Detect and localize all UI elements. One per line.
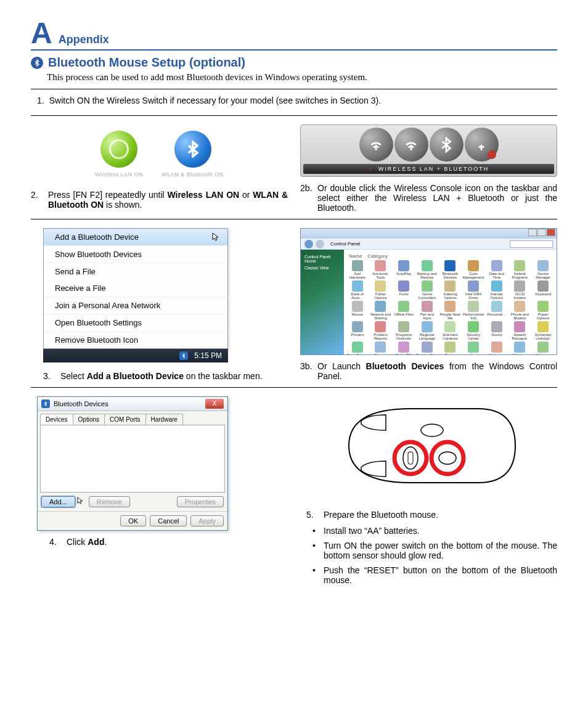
ok-button[interactable]: OK	[120, 515, 146, 526]
wifi-icon	[394, 128, 428, 162]
step-number: 5.	[306, 510, 320, 520]
menu-item-send-file[interactable]: Send a File	[44, 263, 227, 280]
control-panel-item[interactable]: Network and Sharing	[370, 301, 392, 320]
control-panel-item[interactable]: Windows CardSpace	[532, 342, 554, 354]
cancel-button[interactable]: Cancel	[150, 515, 187, 526]
control-panel-item[interactable]: Keyboard	[532, 280, 554, 300]
control-panel-item[interactable]: Power Options	[532, 301, 554, 320]
step-text: Switch ON the Wireless Switch if necessa…	[49, 96, 381, 105]
tab-options[interactable]: Options	[73, 414, 105, 425]
control-panel-item[interactable]: Scanners Cameras	[439, 321, 462, 340]
control-panel-item[interactable]: Regional Language	[416, 321, 438, 340]
divider	[31, 115, 557, 116]
control-panel-item[interactable]: Color Management	[462, 260, 484, 279]
control-panel-item[interactable]: Fonts	[393, 280, 415, 300]
step-5-bullets: Install two “AA” batteries. Turn ON the …	[300, 523, 557, 587]
step-3-caption: 3. Select Add a Bluetooth Device on the …	[31, 371, 288, 381]
wireless-lan-on-icon: Wireless LAN ON	[95, 131, 143, 178]
close-button[interactable]: X	[205, 399, 224, 409]
properties-button[interactable]: Properties	[177, 496, 224, 507]
control-panel-item[interactable]: Internet Options	[486, 280, 508, 300]
control-panel-item[interactable]: Security Center	[462, 321, 484, 340]
control-panel-item[interactable]: Date and Time	[486, 260, 508, 279]
remove-button[interactable]: Remove	[89, 496, 130, 507]
section-title: Bluetooth Mouse Setup (optional)	[48, 55, 245, 70]
menu-item-receive-file[interactable]: Receive a File	[44, 280, 227, 297]
control-panel-item[interactable]: Performance Info	[462, 301, 484, 320]
control-panel-item[interactable]: Backup and Restore	[416, 260, 438, 279]
bluetooth-console-icon	[430, 128, 463, 162]
step-text: Select Add a Bluetooth Device on the tas…	[60, 371, 288, 381]
control-panel-item[interactable]: Sound	[486, 321, 508, 340]
tab-hardware[interactable]: Hardware	[145, 414, 183, 425]
control-panel-item[interactable]: Symantec LiveUpd.	[532, 321, 554, 340]
control-panel-item[interactable]: Phone and Modem	[509, 301, 531, 320]
control-panel-item[interactable]: Game Controllers	[416, 280, 438, 300]
control-panel-item[interactable]: Device Manager	[532, 260, 554, 279]
back-button[interactable]	[304, 240, 313, 248]
bluetooth-tray-icon[interactable]	[179, 351, 188, 360]
forward-button[interactable]	[316, 240, 324, 248]
control-panel-item[interactable]: Text to Speech	[439, 342, 462, 354]
control-panel-item[interactable]: Folder Options	[370, 280, 392, 300]
tab-com-ports[interactable]: COM Ports	[104, 414, 145, 425]
control-panel-item[interactable]: Ease of Acce…	[346, 280, 369, 300]
menu-item-add-device[interactable]: Add a Bluetooth Device	[44, 229, 227, 246]
control-panel-item[interactable]: Printers	[346, 321, 369, 340]
col-step5: 5. Prepare the Bluetooth mouse. Install …	[300, 396, 557, 587]
menu-item-show-devices[interactable]: Show Bluetooth Devices	[44, 246, 227, 263]
control-panel-item[interactable]: Sync Center	[346, 342, 369, 354]
control-panel-item[interactable]: Offline Files	[393, 301, 415, 320]
control-panel-item[interactable]: Personali…	[486, 301, 508, 320]
step-text: Or Launch Bluetooth Devices from the Win…	[317, 361, 557, 381]
breadcrumb[interactable]: Control Panel	[327, 241, 507, 247]
search-box[interactable]	[510, 240, 553, 248]
control-panel-item[interactable]: AutoPlay	[393, 260, 415, 279]
sidebar-link-classic[interactable]: Classic View	[304, 266, 340, 270]
row-step2: Wireless LAN ON WLAN & Bluetooth ON 2. P…	[31, 125, 557, 219]
step-number: 3.	[43, 371, 57, 381]
minimize-button[interactable]	[528, 229, 537, 236]
apply-button[interactable]: Apply	[190, 515, 224, 526]
control-panel-item[interactable]: People Near Me	[439, 301, 462, 320]
control-panel-item[interactable]: Default Programs	[509, 260, 531, 279]
step-2b-caption: 2b. Or double click the Wireless Console…	[300, 183, 557, 213]
menu-item-open-settings[interactable]: Open Bluetooth Settings	[44, 314, 227, 332]
control-panel-item[interactable]: User Accounts	[462, 342, 484, 354]
dialog-tabs: Devices Options COM Ports Hardware	[38, 411, 227, 425]
sidebar-link-home[interactable]: Control Panel Home	[304, 255, 340, 263]
control-panel-item[interactable]: Add Hardware	[346, 260, 369, 279]
step-text: Prepare the Bluetooth mouse.	[324, 510, 557, 520]
control-panel-item[interactable]: Intel GMA Driver	[462, 280, 484, 300]
control-panel-item[interactable]: Welcome Center	[486, 342, 508, 354]
bullet-item: Install two “AA” batteries.	[317, 523, 557, 538]
control-panel-item[interactable]: iSCSI Initiator	[509, 280, 531, 300]
control-panel-item[interactable]: System	[370, 342, 392, 354]
appendix-letter: A	[31, 18, 52, 48]
control-panel-item[interactable]: Tablet PC Settings	[393, 342, 415, 354]
figure-mouse-diagram	[300, 396, 557, 504]
tab-devices[interactable]: Devices	[40, 414, 73, 425]
menu-item-remove-icon[interactable]: Remove Bluetooth Icon	[44, 332, 227, 348]
close-button[interactable]	[547, 229, 555, 236]
col-step3: Add a Bluetooth Device Show Bluetooth De…	[31, 228, 288, 381]
maximize-button[interactable]	[537, 229, 546, 236]
svg-point-1	[403, 447, 418, 469]
add-button[interactable]: Add...	[41, 496, 75, 507]
control-panel-item[interactable]: Pen and Input	[416, 301, 438, 320]
control-panel-item[interactable]: Mouse	[346, 301, 369, 320]
control-panel-item[interactable]: Indexing Options	[439, 280, 462, 300]
step-number: 2.	[31, 190, 44, 210]
taskbar: 5:15 PM	[43, 349, 228, 362]
control-panel-item[interactable]: Problem Reports	[370, 321, 392, 340]
bluetooth-context-menu[interactable]: Add a Bluetooth Device Show Bluetooth De…	[43, 228, 228, 349]
cursor-icon	[76, 496, 85, 507]
control-panel-item[interactable]: Windows Anytime	[509, 342, 531, 354]
control-panel-item[interactable]: Administr. Tools	[370, 260, 392, 279]
control-panel-item[interactable]: Bluetooth Devices	[439, 260, 462, 279]
menu-item-join-pan[interactable]: Join a Personal Area Network	[44, 297, 227, 314]
control-panel-item[interactable]: Programs Features	[393, 321, 415, 340]
col-step4: Bluetooth Devices X Devices Options COM …	[31, 396, 288, 587]
control-panel-item[interactable]: Speech Recognit.	[509, 321, 531, 340]
control-panel-item[interactable]: Taskbar Start Menu	[416, 342, 438, 354]
